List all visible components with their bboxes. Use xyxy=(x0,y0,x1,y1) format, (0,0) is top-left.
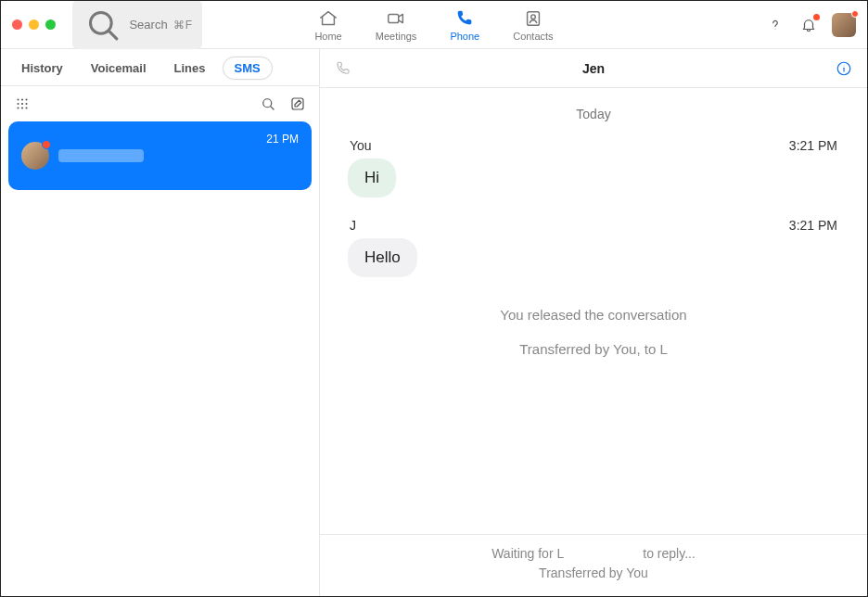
svg-point-10 xyxy=(21,103,23,105)
window-minimize-button[interactable] xyxy=(29,19,39,30)
dialpad-button[interactable] xyxy=(12,94,32,114)
nav-home[interactable]: Home xyxy=(314,8,341,42)
message-outgoing: You 3:21 PM Hi xyxy=(348,138,839,197)
date-divider: Today xyxy=(348,107,839,121)
thread-item[interactable]: 21 PM xyxy=(8,121,312,190)
tab-voicemail[interactable]: Voicemail xyxy=(80,57,158,79)
message-time: 3:21 PM xyxy=(789,138,837,153)
left-column: History Voicemail Lines SMS xyxy=(1,49,320,596)
svg-point-13 xyxy=(21,107,23,108)
notifications-button[interactable] xyxy=(798,15,819,35)
nav-meetings[interactable]: Meetings xyxy=(376,8,417,42)
thread-name-redacted xyxy=(58,149,144,162)
message-bubble: Hello xyxy=(348,238,417,277)
window-close-button[interactable] xyxy=(12,19,22,30)
message-incoming: J 3:21 PM Hello xyxy=(348,218,839,277)
avatar-status-dot xyxy=(851,10,859,18)
profile-avatar[interactable] xyxy=(832,13,856,37)
svg-rect-2 xyxy=(389,14,399,22)
message-sender: You xyxy=(350,138,372,153)
system-released: You released the conversation xyxy=(348,307,839,323)
svg-point-7 xyxy=(21,98,23,100)
header-right xyxy=(765,13,856,37)
svg-point-11 xyxy=(25,103,27,105)
svg-point-4 xyxy=(531,14,536,19)
sms-tools-row xyxy=(1,86,319,121)
phone-tabs: History Voicemail Lines SMS xyxy=(1,49,319,86)
chat-body: Today You 3:21 PM Hi J 3:21 PM Hello You… xyxy=(320,88,867,534)
nav-contacts[interactable]: Contacts xyxy=(513,8,553,42)
nav-home-label: Home xyxy=(314,31,341,42)
nav-meetings-label: Meetings xyxy=(376,31,417,42)
tab-history[interactable]: History xyxy=(10,57,74,79)
compose-icon xyxy=(289,95,306,112)
svg-point-14 xyxy=(25,107,27,108)
message-sender: J xyxy=(350,218,356,233)
svg-point-12 xyxy=(17,107,19,108)
search-icon xyxy=(82,4,123,45)
nav-phone[interactable]: Phone xyxy=(450,8,479,42)
window-maximize-button[interactable] xyxy=(45,19,56,30)
message-time: 3:21 PM xyxy=(789,218,837,233)
help-button[interactable] xyxy=(765,15,785,35)
notifications-dot xyxy=(813,14,820,20)
nav-contacts-label: Contacts xyxy=(513,31,553,42)
chat-pane: Jen Today You 3:21 PM Hi J 3:21 PM Hello xyxy=(320,49,867,596)
phone-icon xyxy=(454,8,475,29)
nav-phone-label: Phone xyxy=(450,31,479,42)
video-icon xyxy=(386,8,406,29)
dialpad-icon xyxy=(14,95,31,112)
home-icon xyxy=(318,8,338,29)
compose-button[interactable] xyxy=(287,94,308,114)
footer-waiting: Waiting for L to reply... xyxy=(320,544,867,564)
search-shortcut: ⌘F xyxy=(173,19,193,32)
window-controls xyxy=(12,19,56,30)
chat-footer: Waiting for L to reply... Transferred by… xyxy=(320,534,867,596)
thread-list: 21 PM xyxy=(1,121,319,190)
search-input[interactable]: Search ⌘F xyxy=(72,0,202,49)
body: History Voicemail Lines SMS xyxy=(1,49,867,596)
svg-rect-17 xyxy=(292,98,303,109)
titlebar: Search ⌘F Home Meetings Phone Contacts xyxy=(1,1,867,49)
svg-line-1 xyxy=(108,31,117,39)
svg-point-9 xyxy=(17,103,19,105)
footer-transfer: Transferred by You xyxy=(320,564,867,583)
system-transferred: Transferred by You, to L xyxy=(348,341,839,357)
svg-point-5 xyxy=(775,28,776,29)
chat-title: Jen xyxy=(320,61,867,76)
message-bubble: Hi xyxy=(348,159,396,197)
thread-time: 21 PM xyxy=(266,133,299,146)
tab-sms[interactable]: SMS xyxy=(223,57,273,80)
sms-search-button[interactable] xyxy=(258,94,278,114)
svg-point-8 xyxy=(25,98,27,100)
svg-point-6 xyxy=(17,98,19,100)
thread-avatar xyxy=(21,142,49,170)
chat-header: Jen xyxy=(320,49,867,88)
tab-lines[interactable]: Lines xyxy=(163,57,217,79)
contacts-icon xyxy=(523,8,543,29)
search-placeholder-text: Search xyxy=(129,18,167,32)
help-icon xyxy=(767,17,784,33)
search-icon xyxy=(260,95,276,112)
svg-line-16 xyxy=(271,107,274,109)
